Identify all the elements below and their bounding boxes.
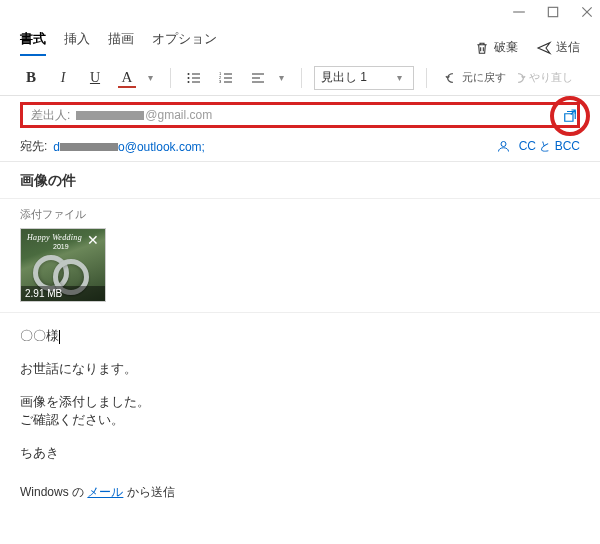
undo-redo-group: 元に戻す やり直し <box>445 70 573 85</box>
font-color-dropdown[interactable]: ▾ <box>148 72 158 83</box>
minimize-button[interactable] <box>512 5 526 19</box>
font-color-button[interactable]: A <box>116 67 138 89</box>
signature-line: Windows の メール から送信 <box>20 483 580 501</box>
number-list-button[interactable]: 123 <box>215 67 237 89</box>
body-line: お世話になります。 <box>20 360 580 379</box>
trash-icon <box>474 40 490 56</box>
popout-window-icon <box>561 107 579 125</box>
mail-app-link[interactable]: メール <box>87 485 123 499</box>
to-label: 宛先: <box>20 138 47 155</box>
contacts-icon[interactable] <box>496 139 511 154</box>
ribbon-tabs: 書式 挿入 描画 オプション <box>20 30 217 56</box>
svg-point-8 <box>188 81 190 83</box>
attachment-section-label: 添付ファイル <box>20 207 580 222</box>
align-button[interactable] <box>247 67 269 89</box>
from-field[interactable]: 差出人: @gmail.com <box>20 102 580 128</box>
message-body[interactable]: 〇〇様 お世話になります。 画像を添付しました。 ご確認ください。 ちあき Wi… <box>0 313 600 544</box>
underline-button[interactable]: U <box>84 67 106 89</box>
svg-point-4 <box>188 73 190 75</box>
remove-attachment-button[interactable]: ✕ <box>85 233 101 249</box>
bullet-list-icon <box>186 70 202 86</box>
italic-button[interactable]: I <box>52 67 74 89</box>
attachment-area: 添付ファイル Happy Wedding 2019 ✕ 2.91 MB <box>0 199 600 313</box>
body-line: 画像を添付しました。 ご確認ください。 <box>20 393 580 431</box>
to-row: 宛先: do@outlook.com; CC と BCC <box>0 132 600 162</box>
body-line-2a: 画像を添付しました。 <box>20 395 150 409</box>
window-titlebar <box>0 0 600 24</box>
align-icon <box>250 70 266 86</box>
separator <box>170 68 171 88</box>
discard-label: 破棄 <box>494 39 518 56</box>
to-field[interactable]: 宛先: do@outlook.com; <box>20 138 205 155</box>
attachment-thumbnail[interactable]: Happy Wedding 2019 ✕ 2.91 MB <box>20 228 106 302</box>
tab-options[interactable]: オプション <box>152 30 217 56</box>
bullet-list-button[interactable] <box>183 67 205 89</box>
redo-icon <box>512 71 526 85</box>
body-name: ちあき <box>20 444 580 463</box>
to-prefix: d <box>53 140 60 154</box>
align-dropdown[interactable]: ▾ <box>279 72 289 83</box>
svg-point-20 <box>501 142 506 147</box>
to-redacted <box>60 143 118 151</box>
svg-rect-1 <box>548 7 557 16</box>
compose-window: 書式 挿入 描画 オプション 破棄 送信 B I U A ▾ 123 <box>0 0 600 544</box>
close-window-button[interactable] <box>580 5 594 19</box>
body-greeting: 〇〇様 <box>20 329 59 343</box>
body-line-2b: ご確認ください。 <box>20 413 124 427</box>
svg-text:3: 3 <box>219 79 222 84</box>
undo-label: 元に戻す <box>462 70 506 85</box>
to-address: do@outlook.com; <box>53 140 205 154</box>
chevron-down-icon: ▾ <box>397 72 407 83</box>
undo-icon <box>445 71 459 85</box>
subject-field[interactable]: 画像の件 <box>0 162 600 199</box>
open-new-window-button[interactable] <box>550 96 590 136</box>
tab-draw[interactable]: 描画 <box>108 30 134 56</box>
from-redacted <box>76 111 144 120</box>
from-row: 差出人: @gmail.com <box>0 96 600 132</box>
separator <box>426 68 427 88</box>
ribbon-header: 書式 挿入 描画 オプション 破棄 送信 <box>0 24 600 56</box>
attachment-size: 2.91 MB <box>21 286 105 301</box>
tab-insert[interactable]: 挿入 <box>64 30 90 56</box>
sig-prefix: Windows の <box>20 485 87 499</box>
send-button[interactable]: 送信 <box>536 39 580 56</box>
maximize-button[interactable] <box>546 5 560 19</box>
from-domain: @gmail.com <box>145 108 212 122</box>
cc-bcc-toggle[interactable]: CC と BCC <box>519 138 580 155</box>
heading-select-label: 見出し 1 <box>321 69 367 86</box>
bold-button[interactable]: B <box>20 67 42 89</box>
from-label: 差出人: <box>31 107 70 124</box>
to-suffix: o@outlook.com; <box>118 140 205 154</box>
attachment-year: 2019 <box>53 243 69 250</box>
format-toolbar: B I U A ▾ 123 ▾ 見出し 1 ▾ 元に戻す やり直し <box>0 60 600 96</box>
number-list-icon: 123 <box>218 70 234 86</box>
heading-style-select[interactable]: 見出し 1 ▾ <box>314 66 414 90</box>
body-greeting-line: 〇〇様 <box>20 327 580 346</box>
undo-button[interactable]: 元に戻す <box>445 70 506 85</box>
to-right-controls: CC と BCC <box>496 138 580 155</box>
sig-suffix: から送信 <box>123 485 174 499</box>
header-actions: 破棄 送信 <box>474 39 580 56</box>
discard-button[interactable]: 破棄 <box>474 39 518 56</box>
send-icon <box>536 40 552 56</box>
svg-point-6 <box>188 77 190 79</box>
text-cursor <box>59 330 60 344</box>
redo-button[interactable]: やり直し <box>512 70 573 85</box>
redo-label: やり直し <box>529 70 573 85</box>
separator <box>301 68 302 88</box>
attachment-caption: Happy Wedding <box>27 233 82 242</box>
tab-format[interactable]: 書式 <box>20 30 46 56</box>
send-label: 送信 <box>556 39 580 56</box>
